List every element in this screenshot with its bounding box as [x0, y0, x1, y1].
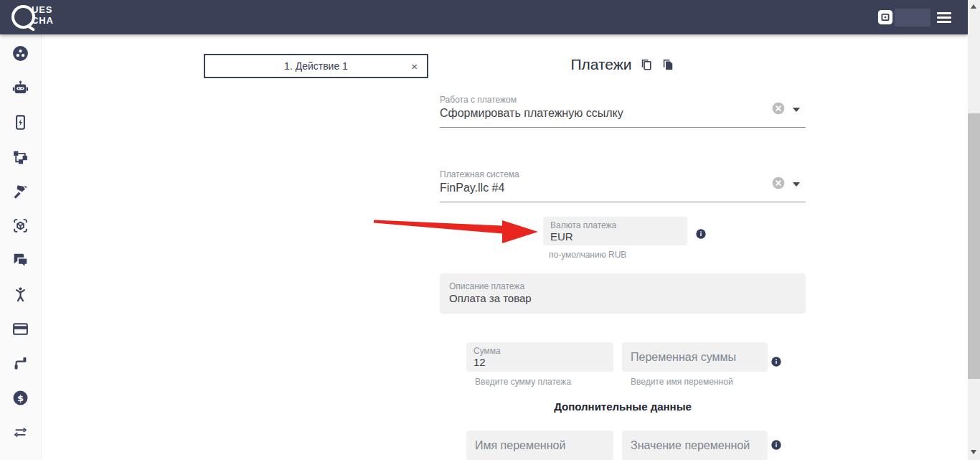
logo-text: UES CHA: [32, 4, 54, 26]
scroll-down-arrow-icon[interactable]: [971, 450, 976, 454]
sidebar-item-payments-card[interactable]: [11, 320, 29, 338]
info-icon[interactable]: [771, 439, 782, 451]
chevron-down-icon[interactable]: [793, 182, 800, 187]
sidebar: $: [0, 34, 42, 460]
copy-icon[interactable]: [639, 57, 654, 72]
sidebar-item-groups[interactable]: [11, 44, 29, 62]
accessibility-icon: [11, 286, 29, 304]
phone-charging-icon: [11, 113, 29, 131]
action-tab[interactable]: 1. Действие 1 ×: [204, 54, 428, 78]
sidebar-item-transfers[interactable]: [11, 423, 29, 441]
logo-line2: CHA: [32, 15, 54, 26]
sidebar-item-scan[interactable]: [11, 217, 29, 235]
amount-variable-field[interactable]: [622, 342, 768, 372]
currency-label: Валюта платежа: [550, 220, 616, 230]
info-icon[interactable]: [771, 356, 782, 367]
dollar-icon: $: [11, 389, 29, 407]
amount-helper-text: Введите сумму платежа: [475, 377, 571, 387]
sidebar-item-chats[interactable]: [11, 251, 29, 269]
topbar-badge[interactable]: [895, 9, 930, 27]
work-with-payment-value: Сформировать платежную ссылку: [440, 107, 623, 120]
info-icon[interactable]: [695, 228, 707, 240]
vertical-scrollbar[interactable]: [968, 0, 980, 460]
clear-icon[interactable]: [771, 101, 786, 116]
sidebar-item-finance[interactable]: $: [11, 389, 29, 407]
svg-text:$: $: [17, 393, 24, 403]
currency-helper-text: по-умолчанию RUB: [549, 250, 626, 260]
sidebar-item-tools[interactable]: [11, 182, 29, 200]
payment-system-select[interactable]: Платежная система FinPay.llc #4: [440, 168, 806, 202]
action-tab-label: 1. Действие 1: [284, 60, 348, 72]
clear-icon[interactable]: [771, 176, 786, 190]
currency-input[interactable]: [550, 230, 676, 243]
sidebar-item-integrations[interactable]: [11, 355, 29, 372]
screen-capture-icon[interactable]: [877, 9, 893, 25]
work-with-payment-select[interactable]: Работа с платежом Сформировать платежную…: [440, 93, 806, 128]
sidebar-item-mobile[interactable]: [11, 113, 29, 131]
work-with-payment-label: Работа с платежом: [440, 95, 517, 105]
groups-icon: [11, 44, 29, 62]
scan-cube-icon: [11, 217, 29, 235]
red-annotation-arrow: [367, 210, 547, 250]
scrollbar-thumb[interactable]: [968, 113, 980, 379]
amount-field[interactable]: Сумма: [466, 342, 613, 372]
variable-name-field[interactable]: [466, 431, 613, 460]
sidebar-item-accessibility[interactable]: [11, 286, 29, 304]
chevron-down-icon[interactable]: [793, 108, 800, 112]
app-window: UES CHA: [0, 0, 980, 460]
robot-icon: [11, 79, 29, 97]
chat-forum-icon: [11, 251, 29, 269]
topbar: UES CHA: [0, 0, 968, 34]
payment-description-label: Описание платежа: [449, 281, 524, 291]
extra-data-heading: Дополнительные данные: [440, 400, 806, 413]
hammer-icon: [11, 182, 29, 200]
swap-arrows-icon: [11, 423, 29, 441]
copy-filled-icon[interactable]: [661, 57, 675, 72]
currency-field[interactable]: Валюта платежа: [543, 217, 687, 245]
action-tab-close-icon[interactable]: ×: [411, 61, 418, 72]
variable-value-input[interactable]: [631, 431, 756, 460]
cable-icon: [11, 355, 29, 372]
variable-value-field[interactable]: [622, 431, 768, 460]
logo-line1: UES: [32, 4, 54, 15]
amount-variable-helper-text: Введите имя переменной: [631, 377, 733, 387]
flow-tree-icon: [11, 148, 29, 166]
variable-name-input[interactable]: [475, 431, 600, 460]
payment-description-input[interactable]: [449, 292, 793, 304]
panel-title: Платежи: [570, 56, 631, 73]
amount-variable-input[interactable]: [631, 342, 756, 372]
scroll-up-arrow-icon[interactable]: [971, 4, 976, 9]
credit-card-icon: [11, 320, 29, 338]
sidebar-item-flows[interactable]: [11, 148, 29, 166]
amount-input[interactable]: [473, 356, 599, 368]
panel-title-row: Платежи: [440, 55, 806, 75]
amount-label: Сумма: [473, 346, 501, 356]
hamburger-menu-icon[interactable]: [937, 12, 951, 23]
sidebar-item-bots[interactable]: [11, 79, 29, 97]
payment-description-field[interactable]: Описание платежа: [440, 273, 806, 314]
payment-system-value: FinPay.llc #4: [440, 182, 504, 194]
payment-system-label: Платежная система: [440, 169, 519, 179]
